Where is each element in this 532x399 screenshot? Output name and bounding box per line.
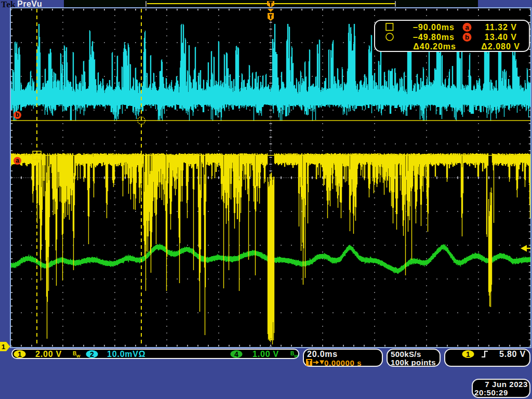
- svg-text:20.0ms: 20.0ms: [307, 350, 338, 358]
- svg-text:500kS/s: 500kS/s: [391, 350, 421, 358]
- svg-text:b: b: [465, 33, 469, 41]
- svg-text:7 Jun 2023: 7 Jun 2023: [485, 380, 528, 389]
- svg-text:4: 4: [234, 350, 238, 358]
- svg-text:13.40 V: 13.40 V: [485, 33, 517, 42]
- svg-text:10.0mVΩ: 10.0mVΩ: [107, 350, 145, 358]
- svg-text:1.00 V: 1.00 V: [252, 350, 279, 358]
- svg-text:W: W: [76, 354, 81, 358]
- svg-text:−90.00ms: −90.00ms: [413, 23, 455, 32]
- svg-text:1: 1: [466, 350, 470, 358]
- svg-text:2: 2: [90, 350, 94, 358]
- svg-text:11.32 V: 11.32 V: [485, 23, 517, 32]
- svg-text:0.00000 s: 0.00000 s: [324, 358, 362, 367]
- svg-text:−49.80ms: −49.80ms: [413, 33, 455, 42]
- svg-text:Δ2.080 V: Δ2.080 V: [481, 42, 520, 51]
- svg-text:20:50:29: 20:50:29: [474, 388, 508, 397]
- svg-text:100k points: 100k points: [391, 358, 436, 367]
- svg-text:a: a: [465, 23, 469, 31]
- svg-text:Δ40.20ms: Δ40.20ms: [413, 42, 456, 51]
- svg-text:W: W: [294, 354, 298, 358]
- svg-text:2.00 V: 2.00 V: [35, 350, 62, 358]
- svg-text:5.80 V: 5.80 V: [499, 350, 526, 358]
- svg-text:1: 1: [18, 350, 22, 358]
